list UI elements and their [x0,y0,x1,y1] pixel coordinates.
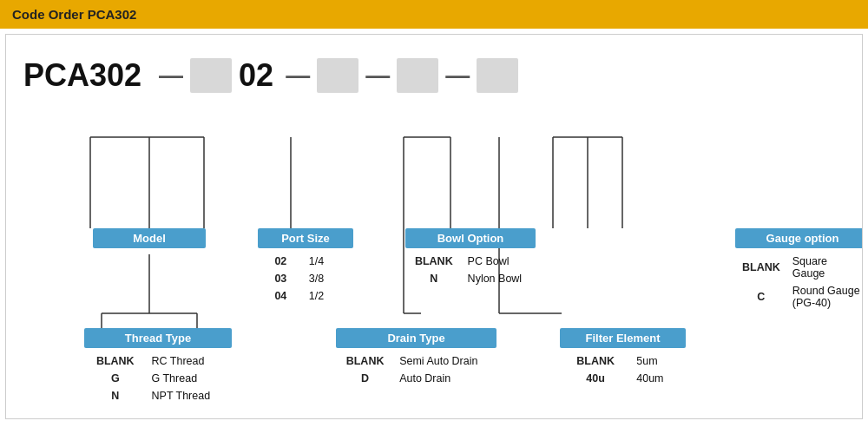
table-row: 041/2 [260,288,352,304]
gauge-option-section: Gauge option BLANKSquare Gauge CRound Ga… [735,228,863,312]
table-row: BLANKPC Bowl [407,253,534,269]
table-row: BLANKSquare Gauge [737,253,863,281]
model-code: PCA302 [23,57,141,94]
thread-type-label: Thread Type [84,328,232,348]
table-row: GG Thread [86,371,230,386]
table-row: 033/8 [260,271,352,286]
box-2 [317,58,358,93]
model-label: Model [93,228,206,248]
bowl-option-table: BLANKPC Bowl NNylon Bowl [405,252,536,288]
model-section: Model [93,228,206,248]
bowl-option-label: Bowl Option [405,228,536,248]
thread-type-section: Thread Type BLANKRC Thread GG Thread NNP… [84,328,232,405]
table-row: CRound Gauge (PG-40) [737,283,863,311]
box-1 [190,58,232,93]
port-value: 02 [239,57,273,94]
filter-element-table: BLANK5um 40u40um [560,352,686,388]
table-row: 40u40um [562,371,684,386]
table-row: BLANKRC Thread [86,353,230,369]
dash-4: — [445,62,470,89]
main-content: PCA302 — 02 — — — [5,34,863,419]
dash-2: — [286,62,310,89]
dash-3: — [365,62,390,89]
drain-type-table: BLANKSemi Auto Drain DAuto Drain [336,352,496,388]
table-row: DAuto Drain [338,371,495,386]
filter-element-section: Filter Element BLANK5um 40u40um [560,328,686,388]
box-4 [477,58,518,93]
gauge-option-table: BLANKSquare Gauge CRound Gauge (PG-40) [735,252,863,312]
filter-element-label: Filter Element [560,328,686,348]
drain-type-section: Drain Type BLANKSemi Auto Drain DAuto Dr… [336,328,496,388]
box-3 [397,58,438,93]
table-row: BLANKSemi Auto Drain [338,353,495,369]
header: Code Order PCA302 [0,0,868,29]
port-size-table: 021/4 033/8 041/2 [258,252,353,306]
table-row: 021/4 [260,253,352,269]
table-row: NNPT Thread [86,388,230,404]
bowl-option-section: Bowl Option BLANKPC Bowl NNylon Bowl [405,228,536,288]
port-size-label: Port Size [258,228,353,248]
gauge-option-label: Gauge option [735,228,863,248]
port-size-section: Port Size 021/4 033/8 041/2 [258,228,353,306]
dash-1: — [159,62,183,89]
table-row: BLANK5um [562,353,684,369]
drain-type-label: Drain Type [336,328,496,348]
table-row: NNylon Bowl [407,271,534,286]
code-row: PCA302 — 02 — — — [15,49,853,94]
diagram: Model Port Size 021/4 033/8 041/2 Bowl O… [15,94,853,419]
thread-type-table: BLANKRC Thread GG Thread NNPT Thread [84,352,232,405]
header-title: Code Order PCA302 [12,7,136,22]
